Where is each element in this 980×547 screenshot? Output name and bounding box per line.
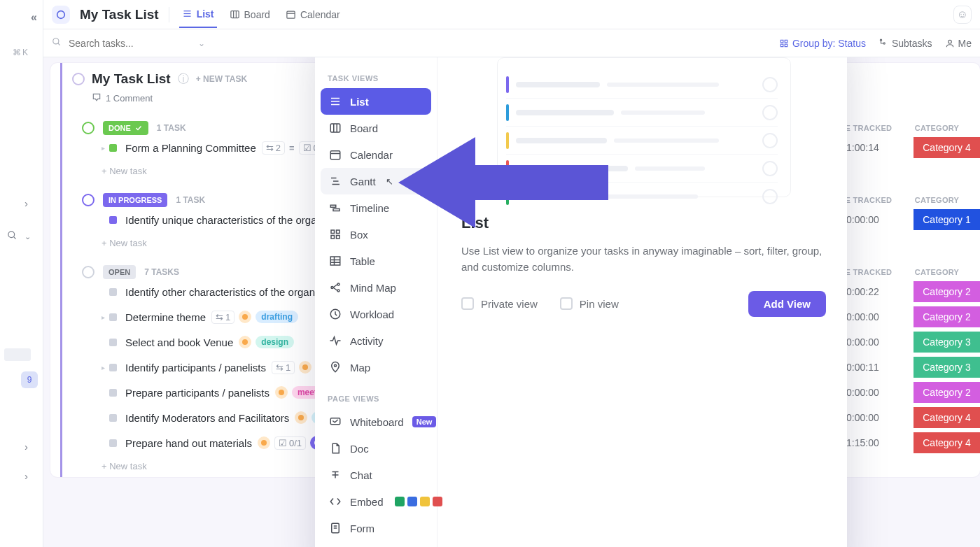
view-option-list[interactable]: List <box>321 88 431 115</box>
expand-icon[interactable]: ▸ <box>102 364 105 371</box>
rail-chevron-2-icon[interactable]: › <box>0 441 43 453</box>
tab-calendar-label: Calendar <box>300 9 340 20</box>
comment-count[interactable]: 1 Comment <box>106 93 153 104</box>
status-square-icon[interactable] <box>109 288 117 296</box>
tag[interactable]: design <box>255 336 294 348</box>
view-option-gantt[interactable]: Gantt ↖ <box>321 168 431 194</box>
category-pill[interactable]: Category 2 <box>913 382 980 403</box>
search-icon[interactable] <box>7 230 18 243</box>
status-square-icon[interactable] <box>109 364 117 371</box>
svg-rect-15 <box>780 44 783 46</box>
status-square-icon[interactable] <box>109 313 117 321</box>
chevron-down-icon[interactable]: ⌄ <box>24 232 31 241</box>
view-option-calendar[interactable]: Calendar <box>321 141 431 168</box>
status-square-icon[interactable] <box>109 389 117 397</box>
view-preview <box>497 57 791 197</box>
left-rail: « ⌘K › ⌄ 9 › › <box>0 0 43 547</box>
pin-view-checkbox[interactable]: Pin view <box>560 297 619 310</box>
rail-placeholder <box>4 348 31 361</box>
task-count: 1 TASK <box>157 123 186 133</box>
search-input[interactable] <box>67 37 192 50</box>
view-option-form[interactable]: Form <box>321 515 431 541</box>
svg-point-45 <box>337 283 340 285</box>
category-pill[interactable]: Category 2 <box>913 306 980 327</box>
group-by-button[interactable]: Group by: Status <box>779 38 866 49</box>
view-option-board[interactable]: Board <box>321 115 431 141</box>
view-option-timeline[interactable]: Timeline <box>321 194 431 221</box>
view-option-chat[interactable]: Chat <box>321 462 431 488</box>
category-pill[interactable]: Category 2 <box>913 281 980 302</box>
subtasks-button[interactable]: Subtasks <box>878 38 932 49</box>
expand-icon[interactable]: ▸ <box>102 313 105 321</box>
cursor-icon: ↖ <box>386 176 393 187</box>
reward-icon[interactable]: ☺ <box>953 6 972 24</box>
priority-icon[interactable] <box>275 386 288 399</box>
tag[interactable]: drafting <box>255 311 298 323</box>
space-avatar-icon[interactable] <box>52 6 70 24</box>
rail-chevron-3-icon[interactable]: › <box>0 470 43 482</box>
svg-rect-9 <box>287 11 295 18</box>
svg-rect-36 <box>331 230 335 234</box>
view-option-map[interactable]: Map <box>321 354 431 381</box>
desc-icon[interactable]: ≡ <box>289 143 295 153</box>
priority-icon[interactable] <box>239 336 251 348</box>
tab-list[interactable]: List <box>179 1 217 28</box>
status-circle-icon[interactable] <box>72 73 85 85</box>
col-cat: CATEGORY <box>904 196 970 204</box>
view-option-doc[interactable]: Doc <box>321 435 431 462</box>
priority-icon[interactable] <box>295 411 307 424</box>
private-view-checkbox[interactable]: Private view <box>461 297 538 310</box>
priority-icon[interactable] <box>239 311 251 323</box>
priority-icon[interactable] <box>299 361 312 374</box>
subtask-count[interactable]: ⇆ 1 <box>211 311 234 324</box>
section-page-views: PAGE VIEWS <box>321 381 431 409</box>
status-square-icon[interactable] <box>109 216 117 224</box>
svg-rect-13 <box>780 40 783 43</box>
status-square-icon[interactable] <box>109 339 117 346</box>
status-square-icon[interactable] <box>109 439 117 447</box>
task-name: Determine theme <box>125 311 206 323</box>
list-heading: My Task List <box>92 71 171 87</box>
category-pill[interactable]: Category 4 <box>913 137 980 158</box>
chevron-down-icon[interactable]: ⌄ <box>198 38 205 48</box>
rail-chevron-icon[interactable]: › <box>0 197 43 209</box>
time-tracked: 1:15:00 <box>846 437 879 448</box>
view-option-workload[interactable]: Workload <box>321 301 431 327</box>
tab-board[interactable]: Board <box>227 2 273 27</box>
category-pill[interactable]: Category 1 <box>913 209 980 230</box>
view-option-box[interactable]: Box <box>321 221 431 248</box>
collapse-icon[interactable] <box>82 194 94 206</box>
task-name: Prepare participants / panelists <box>125 387 270 399</box>
tab-calendar[interactable]: Calendar <box>283 2 343 27</box>
status-square-icon[interactable] <box>109 414 117 422</box>
view-option-embed[interactable]: Embed <box>321 488 431 515</box>
topbar: My Task List List Board Calendar ☺ <box>43 0 980 29</box>
priority-icon[interactable] <box>258 436 270 449</box>
add-view-button[interactable]: Add View <box>748 291 826 317</box>
view-option-whiteboard[interactable]: Whiteboard New <box>321 409 431 435</box>
view-option-mindmap[interactable]: Mind Map <box>321 274 431 301</box>
expand-icon[interactable]: ▸ <box>102 144 105 152</box>
category-pill[interactable]: Category 4 <box>913 407 980 428</box>
new-task-button[interactable]: + NEW TASK <box>196 74 247 84</box>
task-name: Prepare hand out materials <box>125 437 252 449</box>
svg-point-44 <box>331 287 333 289</box>
checklist-chip[interactable]: ☑ 0/1 <box>274 436 306 450</box>
collapse-icon[interactable] <box>82 266 94 278</box>
view-option-activity[interactable]: Activity <box>321 327 431 354</box>
status-square-icon[interactable] <box>109 144 117 152</box>
status-pill-open: OPEN <box>103 265 136 279</box>
info-icon[interactable]: ⓘ <box>178 72 189 87</box>
collapse-sidebar-icon[interactable]: « <box>31 11 37 24</box>
view-option-table[interactable]: Table <box>321 248 431 274</box>
me-filter-button[interactable]: Me <box>945 38 972 49</box>
subtask-count[interactable]: ⇆ 2 <box>262 141 285 155</box>
category-pill[interactable]: Category 3 <box>913 332 980 353</box>
category-pill[interactable]: Category 4 <box>913 432 980 453</box>
subtask-count[interactable]: ⇆ 1 <box>272 361 295 374</box>
task-name: Identify other characteristics of the or… <box>125 286 345 298</box>
collapse-icon[interactable] <box>82 122 94 134</box>
content: My Task List ⓘ + NEW TASK 1 Comment <box>43 57 980 547</box>
rail-count-badge[interactable]: 9 <box>21 371 38 388</box>
category-pill[interactable]: Category 3 <box>913 357 980 378</box>
